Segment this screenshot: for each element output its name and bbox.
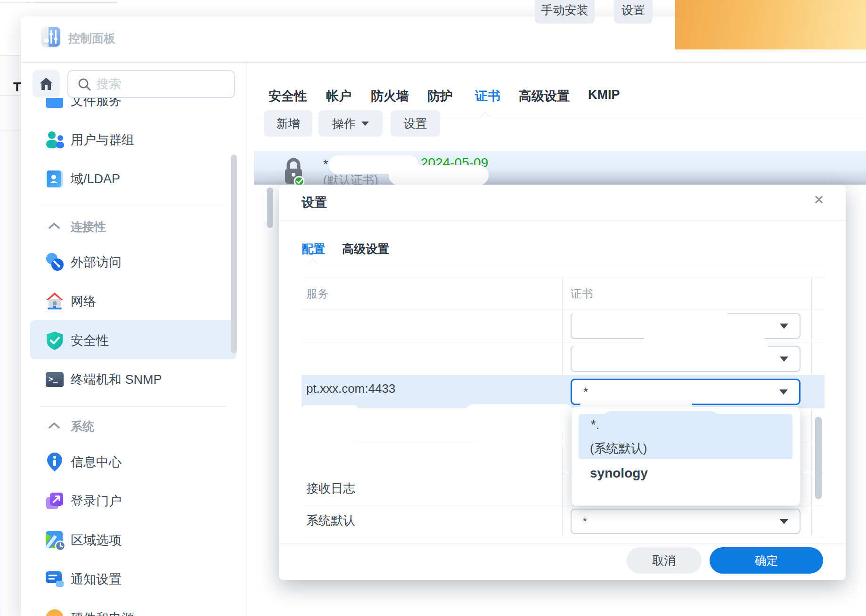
dialog-tab-advanced[interactable]: 高级设置 <box>342 241 389 257</box>
table-border <box>302 277 825 277</box>
control-panel-window: 控制面板 <box>21 16 866 616</box>
section-label: 系统 <box>71 419 94 434</box>
column-header-certificate: 证书 <box>571 286 593 301</box>
sidebar-section-divider <box>41 206 226 206</box>
regional-options-icon <box>45 530 65 550</box>
ok-button[interactable]: 确定 <box>710 547 823 574</box>
dialog-scrollbar-thumb[interactable] <box>815 417 822 499</box>
sidebar-item-label: 文件服务 <box>71 98 122 109</box>
sidebar-item-terminal-snmp[interactable]: >_ 终端机和 SNMP <box>21 360 246 399</box>
sidebar-item-label: 用户与群组 <box>71 131 134 148</box>
sidebar-item-label: 登录门户 <box>71 493 122 510</box>
sidebar-item-label: 信息中心 <box>71 454 122 470</box>
sidebar-item-label: 区域选项 <box>71 532 122 549</box>
dialog-close-button[interactable]: ✕ <box>810 191 827 208</box>
background-line <box>0 130 21 130</box>
search-icon <box>78 78 91 91</box>
sidebar-item-label: 终端机和 SNMP <box>71 371 162 388</box>
home-button[interactable] <box>33 70 60 97</box>
chevron-up-icon <box>49 422 60 430</box>
network-icon <box>45 292 65 311</box>
cancel-button[interactable]: 取消 <box>627 547 702 574</box>
package-settings-button[interactable]: 设置 <box>614 0 653 24</box>
screen: T 手动安装 设置 控制面板 <box>0 0 866 616</box>
service-name: pt.xxx.com:4433 <box>306 381 395 396</box>
tab-security[interactable]: 安全性 <box>269 88 307 101</box>
sidebar-item-info-center[interactable]: 信息中心 <box>21 442 246 481</box>
manual-install-label: 手动安装 <box>541 2 588 18</box>
dialog-title: 设置 <box>302 194 327 211</box>
sidebar-item-network[interactable]: 网络 <box>21 282 246 321</box>
redaction-blob <box>464 404 575 435</box>
search-input[interactable] <box>96 76 234 92</box>
redaction-blob <box>572 310 728 322</box>
sidebar-item-file-services[interactable]: 文件服务 <box>21 98 246 120</box>
tab-firewall[interactable]: 防火墙 <box>371 88 409 101</box>
caret-down-icon <box>780 324 788 329</box>
certificate-default-note: (默认证书) <box>323 172 378 185</box>
notification-icon <box>45 569 65 589</box>
table-border <box>302 375 825 375</box>
sidebar-scrollbar-thumb[interactable] <box>231 154 237 353</box>
caret-down-icon <box>780 357 788 362</box>
sidebar-section-connectivity[interactable]: 连接性 <box>21 217 246 236</box>
users-groups-icon <box>45 130 65 150</box>
redaction-blob <box>296 438 353 446</box>
sidebar-divider <box>246 62 246 616</box>
tab-advanced[interactable]: 高级设置 <box>519 88 570 101</box>
background-line <box>0 2 118 3</box>
caret-down-icon <box>779 389 788 395</box>
sidebar-item-label: 硬件和电源 <box>71 610 134 616</box>
security-shield-icon <box>45 331 65 350</box>
certificate-row[interactable]: * 2024-05-09 (默认证书) <box>254 151 866 185</box>
content-scrollbar-thumb[interactable] <box>267 187 273 228</box>
settings-dialog: 设置 ✕ 配置 高级设置 服务 证书 <box>279 185 846 580</box>
dropdown-option-synology[interactable]: synology <box>590 466 648 481</box>
sidebar-item-domain-ldap[interactable]: 域/LDAP <box>21 159 246 198</box>
sidebar-item-regional-options[interactable]: 区域选项 <box>21 520 246 559</box>
sidebar-item-login-portal[interactable]: 登录门户 <box>21 481 246 520</box>
action-dropdown-button[interactable]: 操作 <box>319 110 383 137</box>
package-settings-label: 设置 <box>621 2 645 18</box>
redaction-blob <box>476 439 575 446</box>
close-icon: ✕ <box>813 192 824 208</box>
tab-certificate[interactable]: 证书 <box>475 88 500 101</box>
redaction-blob <box>652 438 723 455</box>
sidebar-item-security[interactable]: 安全性 <box>21 321 246 360</box>
redaction-blob <box>302 405 358 413</box>
sidebar-item-notification-settings[interactable]: 通知设置 <box>21 559 246 599</box>
redaction-blob <box>587 511 674 527</box>
column-header-service: 服务 <box>306 286 329 301</box>
dialog-tab-underline <box>302 264 825 264</box>
settings-button[interactable]: 设置 <box>391 110 440 137</box>
sidebar-item-hardware-power[interactable]: 硬件和电源 <box>21 599 246 616</box>
tab-account[interactable]: 帐户 <box>326 88 351 101</box>
table-border <box>302 537 825 537</box>
terminal-icon: >_ <box>45 370 65 389</box>
table-border <box>302 309 825 309</box>
background-line <box>0 95 21 96</box>
redaction-blob <box>602 411 720 437</box>
search-box[interactable] <box>67 70 235 98</box>
dialog-header-divider <box>279 220 846 221</box>
selected-certificate-value: * <box>583 385 588 399</box>
external-access-icon <box>45 252 65 272</box>
tab-protection[interactable]: 防护 <box>427 88 453 101</box>
add-button[interactable]: 新增 <box>264 110 312 137</box>
chevron-up-icon <box>49 222 60 231</box>
tab-kmip[interactable]: KMIP <box>588 88 620 101</box>
sidebar-item-label: 外部访问 <box>71 254 122 271</box>
certificate-lock-icon <box>282 157 305 185</box>
certificate-dropdown-popup: *. (系统默认) synology <box>572 407 801 506</box>
control-panel-icon <box>41 27 60 47</box>
sidebar-item-users-groups[interactable]: 用户与群组 <box>21 120 246 159</box>
sidebar-item-label: 通知设置 <box>71 571 122 588</box>
domain-ldap-icon <box>45 169 65 189</box>
sidebar-section-system[interactable]: 系统 <box>21 417 246 436</box>
sidebar-item-external-access[interactable]: 外部访问 <box>21 243 246 282</box>
login-portal-icon <box>45 491 65 511</box>
manual-install-button[interactable]: 手动安装 <box>535 0 595 24</box>
active-tab-notch <box>480 112 491 123</box>
dialog-tab-config[interactable]: 配置 <box>302 241 325 257</box>
sidebar-section-divider <box>41 406 226 407</box>
